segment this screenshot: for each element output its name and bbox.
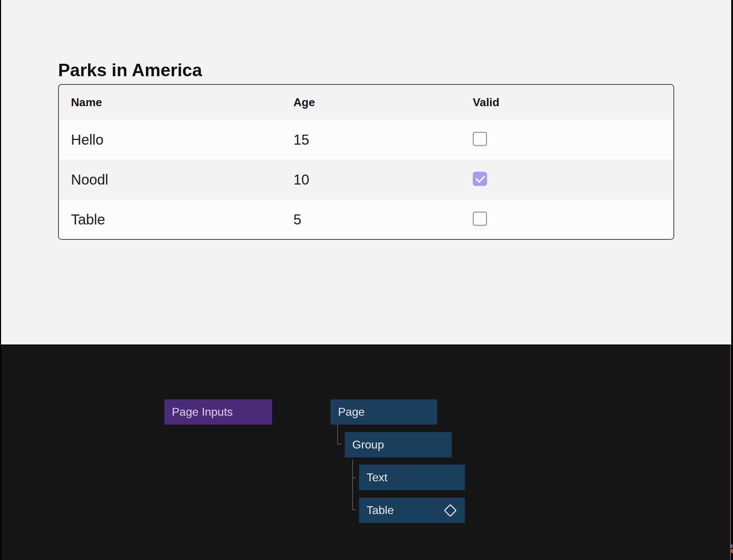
left-edge-strip [0,0,1,560]
cell-age: 15 [293,132,473,148]
node-page[interactable]: Page [330,399,437,425]
cell-name: Table [59,212,293,228]
node-label: Page Inputs [172,405,233,419]
node-group[interactable]: Group [345,432,452,457]
node-label: Group [352,438,384,451]
table-row: Noodl 10 [59,160,673,199]
valid-checkbox[interactable] [473,172,487,186]
parks-table: Name Age Valid Hello 15 Noodl 10 Table 5 [58,84,674,240]
column-header-name: Name [59,96,293,109]
table-row: Hello 15 [59,120,673,160]
node-label: Table [366,504,394,517]
table-row: Table 5 [59,199,673,239]
valid-checkbox[interactable] [473,132,487,146]
node-text[interactable]: Text [359,465,465,490]
connector-group-table [352,478,356,510]
cell-name: Noodl [59,172,293,188]
connector-page-group [337,425,342,445]
column-header-valid: Valid [473,96,673,109]
cell-name: Hello [59,132,293,148]
column-header-age: Age [293,96,473,109]
right-panel-edge[interactable] [730,344,731,560]
right-edge-strip [731,0,733,560]
page-title: Parks in America [58,60,202,81]
node-page-inputs[interactable]: Page Inputs [164,399,272,425]
cell-age: 10 [293,172,473,188]
node-table[interactable]: Table [359,498,465,523]
node-label: Page [338,405,365,419]
connector-group-text [352,460,356,478]
notification-dot [731,549,733,553]
cell-age: 5 [293,212,473,228]
component-diamond-icon [444,504,457,517]
node-label: Text [366,471,388,484]
valid-checkbox[interactable] [473,212,487,226]
table-header-row: Name Age Valid [59,85,673,120]
